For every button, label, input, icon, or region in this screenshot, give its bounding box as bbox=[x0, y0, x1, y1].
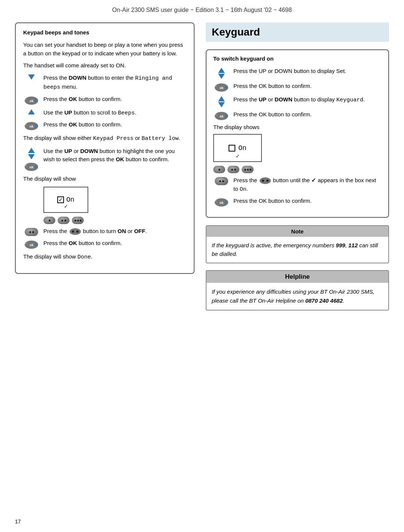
updown-ok-icon: c ok bbox=[23, 148, 40, 172]
svg-text:c: c bbox=[215, 199, 217, 202]
right-step1-text: Press the UP or DOWN button to display S… bbox=[233, 67, 382, 76]
page-header: On-Air 2300 SMS user guide ~ Edition 3.1… bbox=[0, 0, 404, 22]
svg-point-14 bbox=[76, 230, 79, 233]
r-two-dot-icon bbox=[213, 177, 230, 185]
header-title: On-Air 2300 SMS user guide ~ Edition 3.1… bbox=[112, 7, 292, 13]
left-soft-btn-3 bbox=[72, 217, 84, 224]
inline-2dot-icon bbox=[69, 228, 82, 235]
left-btn-row bbox=[43, 217, 186, 224]
right-display-on: On bbox=[238, 144, 247, 152]
right-soft-btn-2b bbox=[215, 177, 228, 185]
left-soft-btn-2b bbox=[25, 228, 38, 236]
svg-text:ok: ok bbox=[220, 201, 224, 205]
helpline-content: If you experience any difficulties using… bbox=[206, 283, 388, 310]
helpline-box: Helpline If you experience any difficult… bbox=[206, 270, 389, 311]
arrow-down-icon bbox=[23, 74, 40, 80]
left-display-on: On bbox=[66, 196, 74, 204]
right-step4-row: c ok Press the OK button to confirm. bbox=[213, 110, 382, 121]
helpline-title: Helpline bbox=[206, 271, 388, 283]
r-updown-icon-2 bbox=[213, 96, 230, 107]
svg-point-29 bbox=[266, 180, 269, 182]
right-step1-row: Press the UP or DOWN button to display S… bbox=[213, 67, 382, 79]
left-para5: The display will show Done. bbox=[23, 253, 186, 262]
right-soft-btn-3 bbox=[242, 166, 254, 173]
svg-text:c: c bbox=[25, 98, 27, 100]
svg-text:ok: ok bbox=[30, 125, 34, 128]
svg-text:c: c bbox=[215, 113, 217, 116]
left-step1-row: Press the DOWN button to enter the Ringi… bbox=[23, 74, 186, 92]
svg-text:ok: ok bbox=[30, 165, 34, 169]
left-column: Keypad beeps and tones You can set your … bbox=[15, 22, 195, 311]
r-ok-icon-2: c ok bbox=[213, 111, 230, 121]
left-step2-row: c ok Press the OK button to confirm. bbox=[23, 95, 186, 106]
left-step3-text: Use the UP button to scroll to Beeps. bbox=[43, 108, 186, 118]
keypad-beeps-box: Keypad beeps and tones You can set your … bbox=[15, 22, 195, 274]
svg-text:c: c bbox=[25, 242, 27, 244]
note-content: If the keyguard is active, the emergency… bbox=[206, 237, 388, 263]
svg-point-28 bbox=[262, 180, 264, 182]
mono-keypad-press: Keypad Press bbox=[93, 135, 134, 142]
mono-done: Done bbox=[77, 254, 91, 260]
svg-text:c: c bbox=[25, 164, 27, 166]
svg-text:c: c bbox=[25, 123, 27, 126]
arrow-up-icon bbox=[23, 109, 40, 114]
keyguard-title: Keyguard bbox=[206, 22, 389, 42]
svg-text:ok: ok bbox=[30, 243, 34, 247]
right-column: Keyguard To switch keyguard on Press the… bbox=[195, 22, 389, 311]
ok-icon-2: c ok bbox=[23, 121, 40, 131]
svg-point-27 bbox=[260, 177, 271, 184]
right-step5-text: Press the button until the ✓ appears in … bbox=[233, 176, 382, 194]
right-para1: The display shows bbox=[213, 124, 382, 130]
switch-title: To switch keyguard on bbox=[213, 55, 382, 62]
right-soft-btn-2 bbox=[227, 166, 239, 173]
svg-text:ok: ok bbox=[220, 86, 224, 90]
switch-keyguard-box: To switch keyguard on Press the UP or DO… bbox=[206, 49, 389, 218]
helpline-text: If you experience any difficulties using… bbox=[212, 288, 374, 304]
right-step2-row: c ok Press the OK button to confirm. bbox=[213, 82, 382, 92]
left-step7-row: c ok Press the OK button to confirm. bbox=[23, 239, 186, 250]
note-text: If the keyguard is active, the emergency… bbox=[212, 242, 378, 257]
right-display-checkmark: ✓ bbox=[236, 153, 240, 159]
left-step6-row: Press the button to turn ON or OFF. bbox=[23, 227, 186, 236]
r-ok-icon-3: c ok bbox=[213, 198, 230, 207]
left-step6-text: Press the button to turn ON or OFF. bbox=[43, 227, 186, 236]
note-title: Note bbox=[206, 226, 388, 237]
right-step6-text: Press the OK button to confirm. bbox=[233, 197, 382, 205]
left-step5-row: c ok Use the UP or DOWN button to highli… bbox=[23, 147, 186, 172]
two-dot-btn-icon bbox=[23, 228, 40, 236]
right-step6-row: c ok Press the OK button to confirm. bbox=[213, 197, 382, 207]
mono-battery-low: Battery low bbox=[141, 135, 178, 142]
right-btn-row bbox=[213, 166, 382, 173]
r-updown-icon bbox=[213, 68, 230, 79]
svg-point-13 bbox=[72, 230, 74, 233]
left-display-checkmark: ✓ bbox=[64, 204, 68, 209]
right-step3-row: Press the UP or DOWN button to display K… bbox=[213, 95, 382, 107]
left-para2: The handset will come already set to ON. bbox=[23, 61, 186, 70]
r-inline-2dot-icon bbox=[259, 177, 272, 184]
left-step4-text: Press the OK button to confirm. bbox=[43, 120, 186, 129]
svg-text:ok: ok bbox=[30, 99, 34, 103]
right-soft-btn-1 bbox=[213, 166, 225, 173]
page-number: 17 bbox=[15, 519, 21, 525]
left-step3-row: Use the UP button to scroll to Beeps. bbox=[23, 108, 186, 118]
right-step4-text: Press the OK button to confirm. bbox=[233, 110, 382, 119]
left-step5-text: Use the UP or DOWN button to highlight t… bbox=[43, 147, 186, 164]
right-step2-text: Press the OK button to confirm. bbox=[233, 82, 382, 91]
left-step1-text: Press the DOWN button to enter the Ringi… bbox=[43, 74, 186, 92]
right-step3-text: Press the UP or DOWN button to display K… bbox=[233, 95, 382, 105]
left-display-box: ✓ On ✓ bbox=[43, 187, 88, 213]
svg-text:c: c bbox=[215, 85, 217, 87]
r-ok-icon-1: c ok bbox=[213, 83, 230, 92]
left-step2-text: Press the OK button to confirm. bbox=[43, 95, 186, 104]
left-step7-text: Press the OK button to confirm. bbox=[43, 239, 186, 248]
right-display-box: On ✓ bbox=[213, 134, 262, 162]
ok-icon-1: c ok bbox=[23, 96, 40, 106]
left-soft-btn-2 bbox=[58, 217, 70, 224]
left-para4: The display will show bbox=[23, 175, 186, 183]
left-checkbox-icon: ✓ bbox=[57, 196, 64, 203]
left-para3: The display will show either Keypad Pres… bbox=[23, 134, 186, 143]
left-soft-btn-1 bbox=[43, 217, 55, 224]
left-para1: You can set your handset to beep or play… bbox=[23, 41, 186, 58]
svg-text:ok: ok bbox=[220, 114, 224, 118]
right-step5-row: Press the button until the ✓ appears in … bbox=[213, 176, 382, 194]
